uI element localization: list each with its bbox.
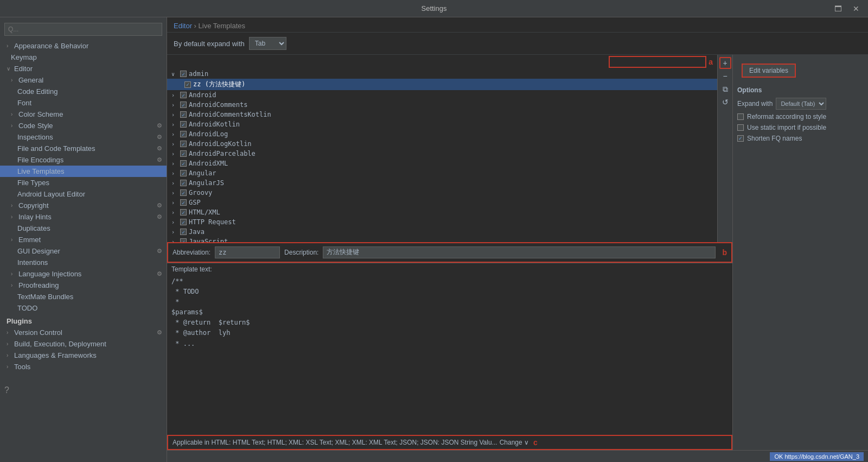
tree-group-androidxml[interactable]: › AndroidXML	[167, 159, 717, 168]
template-text-section: Template text: /** * TODO * $params$ * @…	[167, 263, 732, 451]
window-title: Settings	[422, 4, 447, 12]
reformat-label: Reformat according to style	[747, 113, 826, 121]
sidebar-item-intentions[interactable]: Intentions	[0, 257, 167, 268]
sidebar-item-color-scheme[interactable]: › Color Scheme	[0, 109, 167, 120]
sidebar-item-live-templates[interactable]: Live Templates	[0, 166, 167, 177]
sidebar-item-textmate-bundles[interactable]: TextMate Bundles	[0, 291, 167, 302]
tree-item-zz[interactable]: zz (方法快捷键)	[167, 79, 717, 90]
htmlxml-checkbox[interactable]	[180, 209, 187, 216]
sidebar-item-build-exec-deploy[interactable]: › Build, Execution, Deployment	[0, 338, 167, 350]
sidebar-item-code-editing[interactable]: Code Editing	[0, 86, 167, 97]
tree-group-admin[interactable]: ∨ admin	[167, 69, 717, 79]
tree-group-androidparcelable[interactable]: › AndroidParcelable	[167, 149, 717, 159]
androidcomments-checkbox[interactable]	[180, 102, 187, 108]
groovy-checkbox[interactable]	[180, 189, 187, 196]
tree-group-android[interactable]: › Android	[167, 90, 717, 100]
angularjs-checkbox[interactable]	[180, 180, 187, 186]
android-checkbox[interactable]	[180, 92, 187, 98]
sidebar-item-duplicates[interactable]: Duplicates	[0, 223, 167, 234]
remove-button[interactable]: −	[719, 70, 731, 82]
zz-checkbox[interactable]	[184, 81, 191, 88]
sidebar-item-plugins[interactable]: Plugins	[0, 314, 167, 327]
sidebar-item-general[interactable]: › General	[0, 74, 167, 86]
expand-with-select[interactable]: Default (Tab) Tab Enter Space	[776, 98, 826, 110]
sidebar-item-code-style[interactable]: › Code Style ⚙	[0, 120, 167, 131]
status-link[interactable]: OK https://blog.csdn.net/GAN_3	[770, 452, 864, 461]
sidebar-item-emmet[interactable]: › Emmet	[0, 234, 167, 245]
tree-group-androidlogkotlin[interactable]: › AndroidLogKotlin	[167, 139, 717, 149]
static-import-label: Use static import if possible	[747, 124, 826, 131]
sidebar-item-file-encodings[interactable]: File Encodings ⚙	[0, 154, 167, 166]
sidebar-item-proofreading[interactable]: › Proofreading	[0, 280, 167, 291]
gear-icon: ⚙	[157, 248, 162, 255]
tree-group-javascript[interactable]: › JavaScript	[167, 237, 717, 242]
reformat-checkbox[interactable]	[737, 113, 744, 120]
tree-group-androidcomments[interactable]: › AndroidComments	[167, 100, 717, 110]
sidebar-item-keymap[interactable]: Keymap	[0, 52, 167, 63]
sidebar-item-tools[interactable]: › Tools	[0, 361, 167, 372]
tree-group-label: HTTP Request	[189, 218, 236, 226]
angular-checkbox[interactable]	[180, 170, 187, 176]
httprequest-checkbox[interactable]	[180, 219, 187, 225]
sidebar-item-todo[interactable]: TODO	[0, 302, 167, 314]
static-import-checkbox[interactable]	[737, 124, 744, 131]
gear-icon: ⚙	[157, 156, 162, 163]
sidebar-item-copyright[interactable]: › Copyright ⚙	[0, 200, 167, 211]
close-button[interactable]: ✕	[851, 3, 861, 14]
tree-group-htmlxml[interactable]: › HTML/XML	[167, 207, 717, 217]
title-bar: Settings 🗖 ✕	[0, 0, 868, 17]
androidkotlin-checkbox[interactable]	[180, 121, 187, 128]
sidebar-item-inlay-hints[interactable]: › Inlay Hints ⚙	[0, 211, 167, 223]
shorten-fq-checkbox[interactable]	[737, 135, 744, 142]
tree-group-label: Java	[189, 228, 205, 236]
androidxml-checkbox[interactable]	[180, 160, 187, 167]
tree-group-httprequest[interactable]: › HTTP Request	[167, 217, 717, 227]
sidebar-item-languages-frameworks[interactable]: › Languages & Frameworks	[0, 350, 167, 361]
expand-select[interactable]: Tab Enter Space	[249, 37, 286, 50]
sidebar-item-label: Color Scheme	[18, 110, 63, 118]
sidebar-item-file-code-templates[interactable]: File and Code Templates ⚙	[0, 143, 167, 154]
androidlog-checkbox[interactable]	[180, 131, 187, 137]
tree-group-gsp[interactable]: › GSP	[167, 198, 717, 207]
gear-icon: ⚙	[157, 134, 162, 141]
expand-arrow-icon: ›	[171, 190, 178, 196]
admin-checkbox[interactable]	[180, 71, 187, 77]
sidebar-item-label: Language Injections	[18, 270, 81, 278]
tree-group-angular[interactable]: › Angular	[167, 168, 717, 178]
abbreviation-input[interactable]	[215, 246, 280, 258]
sidebar-item-gui-designer[interactable]: GUI Designer ⚙	[0, 245, 167, 257]
arrow-icon: ›	[11, 77, 16, 83]
search-input[interactable]	[4, 23, 162, 36]
description-input[interactable]	[323, 246, 716, 258]
tree-group-androidcommentskotlin[interactable]: › AndroidCommentsKotlin	[167, 110, 717, 119]
add-button[interactable]: +	[719, 57, 731, 69]
sidebar-item-editor[interactable]: ∨ Editor	[0, 63, 167, 74]
androidcommentskotlin-checkbox[interactable]	[180, 111, 187, 118]
sidebar-item-version-control[interactable]: › Version Control ⚙	[0, 327, 167, 338]
tree-group-java[interactable]: › Java	[167, 227, 717, 237]
tree-group-androidkotlin[interactable]: › AndroidKotlin	[167, 119, 717, 129]
copy-button[interactable]: ⧉	[719, 83, 731, 95]
change-link[interactable]: Change ∨	[500, 439, 529, 446]
tree-group-label: AndroidParcelable	[189, 150, 256, 157]
sidebar-item-label: Version Control	[14, 328, 62, 337]
mid-section: a ∨ admin zz (方法快捷键)	[167, 55, 868, 450]
tree-group-groovy[interactable]: › Groovy	[167, 188, 717, 198]
java-checkbox[interactable]	[180, 229, 187, 235]
sidebar-item-font[interactable]: Font	[0, 97, 167, 109]
tree-group-angularjs[interactable]: › AngularJS	[167, 178, 717, 188]
tree-group-androidlog[interactable]: › AndroidLog	[167, 129, 717, 139]
help-icon[interactable]: ?	[4, 385, 9, 395]
sidebar-item-android-layout-editor[interactable]: Android Layout Editor	[0, 188, 167, 200]
sidebar-item-language-injections[interactable]: › Language Injections ⚙	[0, 268, 167, 280]
sidebar-item-label: Code Style	[18, 122, 53, 130]
reset-button[interactable]: ↺	[719, 96, 731, 108]
maximize-button[interactable]: 🗖	[832, 3, 844, 14]
sidebar-item-file-types[interactable]: File Types	[0, 177, 167, 188]
androidparcelable-checkbox[interactable]	[180, 150, 187, 157]
sidebar-item-appearance[interactable]: › Appearance & Behavior	[0, 40, 167, 52]
androidlogkotlin-checkbox[interactable]	[180, 141, 187, 147]
sidebar-item-inspections[interactable]: Inspections ⚙	[0, 131, 167, 143]
edit-variables-button[interactable]: Edit variables	[742, 64, 796, 78]
gsp-checkbox[interactable]	[180, 199, 187, 206]
